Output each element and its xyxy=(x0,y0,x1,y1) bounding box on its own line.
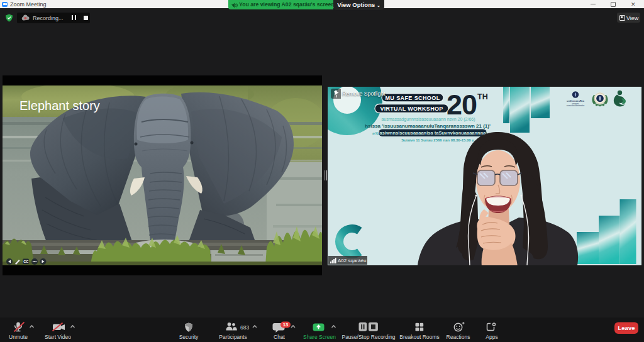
svg-text:Security: Security xyxy=(179,334,199,340)
svg-text:Pause/Stop Recording: Pause/Stop Recording xyxy=(341,334,395,340)
svg-text:Leave: Leave xyxy=(618,324,635,331)
svg-text:683: 683 xyxy=(240,324,249,331)
svg-text:Elephant story: Elephant story xyxy=(19,99,100,113)
svg-text:20: 20 xyxy=(447,89,477,121)
svg-text:aounaulaeuluonnimadan: aounaulaeuluonnimadan xyxy=(567,104,585,107)
svg-text:Unmute: Unmute xyxy=(9,334,28,340)
svg-text:Chat: Chat xyxy=(274,334,286,340)
svg-text:TH: TH xyxy=(477,92,488,101)
svg-text:Apps: Apps xyxy=(486,334,497,340)
svg-text:ausmassadgunnnslsaseuuaaann ns: ausmassadgunnnslsaseuuaaann nsvn 20 (2/6… xyxy=(381,117,475,122)
svg-text:Reactions: Reactions xyxy=(447,334,470,340)
svg-text:unOnenaeuRea: unOnenaeuRea xyxy=(567,100,585,102)
svg-text:Share Screen: Share Screen xyxy=(303,334,336,340)
svg-text:Breakout Rooms: Breakout Rooms xyxy=(399,334,439,340)
svg-text:13: 13 xyxy=(283,322,288,328)
svg-text:Participants: Participants xyxy=(219,334,247,340)
svg-text:CC: CC xyxy=(23,260,28,263)
svg-text:MU SAFE SCHOOL: MU SAFE SCHOOL xyxy=(385,95,440,101)
svg-text:VIRTUAL WORKSHOP: VIRTUAL WORKSHOP xyxy=(380,106,443,112)
svg-text:Suiaivn 11 Sunau 2566 nan 08.3: Suiaivn 11 Sunau 2566 nan 08.30-15.00 u. xyxy=(401,138,475,142)
svg-text:'asiwnnsiseuusaaaanisa taSuvnv: 'asiwnnsiseuusaaaanisa taSuvnvkonuaaaann… xyxy=(379,130,487,136)
svg-text:Start Video: Start Video xyxy=(45,334,71,340)
svg-text:hsissa 'issuusanumaaaanuluTanq: hsissa 'issuusanumaaaanuluTanqaransssswn… xyxy=(365,123,491,129)
